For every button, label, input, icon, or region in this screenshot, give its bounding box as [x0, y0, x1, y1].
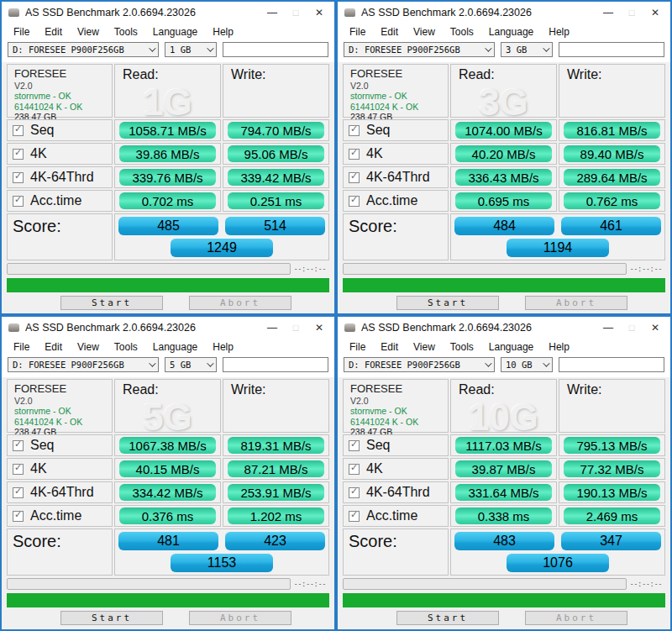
check-icon: ✓ — [14, 462, 22, 473]
menu-tools[interactable]: Tools — [107, 341, 145, 353]
checkbox-4k64thrd[interactable]: ✓ — [349, 487, 360, 498]
as-ssd-window-5gb: AS SSD Benchmark 2.0.6694.23026 — □ ✕ Fi… — [0, 315, 336, 631]
menu-tools[interactable]: Tools — [443, 26, 481, 38]
drive-info-panel: FORESEE V2.0 stornvme - OK 61441024 K - … — [7, 379, 113, 433]
menu-edit[interactable]: Edit — [373, 341, 406, 353]
chevron-down-icon — [207, 360, 213, 366]
menu-view[interactable]: View — [406, 26, 443, 38]
minimize-button[interactable]: — — [260, 322, 284, 334]
abort-button[interactable]: Abort — [189, 611, 291, 625]
menu-view[interactable]: View — [70, 26, 107, 38]
start-button[interactable]: Start — [396, 296, 499, 310]
minimize-button[interactable]: — — [260, 7, 284, 18]
checkbox-seq[interactable]: ✓ — [13, 440, 24, 451]
menu-language[interactable]: Language — [145, 341, 205, 353]
titlebar[interactable]: AS SSD Benchmark 2.0.6694.23026 — □ ✕ — [338, 2, 670, 24]
close-button[interactable]: ✕ — [307, 322, 331, 334]
status-field — [559, 42, 664, 57]
checkbox-seq[interactable]: ✓ — [13, 125, 24, 136]
checkbox-acctime[interactable]: ✓ — [349, 511, 360, 522]
menubar: File Edit View Tools Language Help — [338, 24, 670, 40]
menu-file[interactable]: File — [342, 26, 373, 38]
abort-button[interactable]: Abort — [525, 296, 627, 310]
abort-button[interactable]: Abort — [189, 296, 291, 310]
maximize-button[interactable]: □ — [620, 8, 643, 18]
drive-select[interactable]: D: FORESEE P900F256GB — [8, 42, 159, 57]
titlebar[interactable]: AS SSD Benchmark 2.0.6694.23026 — □ ✕ — [2, 2, 334, 24]
read-column-header: Read: 10G — [450, 379, 557, 433]
checkbox-4k64thrd[interactable]: ✓ — [349, 172, 360, 183]
checkbox-acctime[interactable]: ✓ — [13, 196, 24, 207]
start-button[interactable]: Start — [60, 611, 163, 625]
seq-read-value: 1117.03 MB/s — [450, 434, 557, 456]
checkbox-4k[interactable]: ✓ — [13, 464, 24, 475]
abort-button[interactable]: Abort — [525, 611, 627, 625]
minimize-button[interactable]: — — [596, 322, 620, 334]
menu-help[interactable]: Help — [205, 341, 241, 353]
drive-select[interactable]: D: FORESEE P900F256GB — [8, 357, 159, 372]
checkbox-4k64thrd[interactable]: ✓ — [13, 487, 24, 498]
menu-edit[interactable]: Edit — [37, 341, 70, 353]
menu-file[interactable]: File — [6, 26, 37, 38]
checkbox-seq[interactable]: ✓ — [349, 125, 360, 136]
checkbox-4k[interactable]: ✓ — [349, 149, 360, 160]
menu-language[interactable]: Language — [481, 341, 541, 353]
4k64thrd-read-value: 339.76 MB/s — [114, 166, 221, 188]
checkbox-4k[interactable]: ✓ — [13, 149, 24, 160]
close-button[interactable]: ✕ — [643, 322, 667, 334]
drive-select[interactable]: D: FORESEE P900F256GB — [344, 357, 495, 372]
4k64thrd-write-value: 289.64 MB/s — [559, 166, 665, 188]
app-version: V2.0 — [14, 396, 112, 407]
menu-file[interactable]: File — [342, 341, 373, 353]
menu-language[interactable]: Language — [145, 26, 205, 38]
menu-file[interactable]: File — [6, 341, 37, 353]
maximize-button[interactable]: □ — [284, 8, 307, 18]
start-button[interactable]: Start — [396, 611, 499, 625]
4k64thrd-write-value: 253.91 MB/s — [223, 481, 329, 503]
test-size-select[interactable]: 1 GB — [165, 42, 217, 57]
acctime-write-value: 0.762 ms — [559, 190, 665, 212]
titlebar[interactable]: AS SSD Benchmark 2.0.6694.23026 — □ ✕ — [2, 317, 334, 339]
check-icon: ✓ — [350, 147, 358, 158]
maximize-button[interactable]: □ — [620, 323, 643, 333]
checkbox-seq[interactable]: ✓ — [349, 440, 360, 451]
menu-view[interactable]: View — [406, 341, 443, 353]
menu-tools[interactable]: Tools — [107, 26, 145, 38]
row-label-4k: ✓ 4K — [343, 143, 449, 165]
checkbox-acctime[interactable]: ✓ — [13, 511, 24, 522]
test-size-select[interactable]: 5 GB — [165, 357, 217, 372]
desktop: AS SSD Benchmark 2.0.6694.23026 — □ ✕ Fi… — [0, 0, 672, 631]
drive-info-panel: FORESEE V2.0 stornvme - OK 61441024 K - … — [343, 64, 449, 118]
seq-read-value: 1074.00 MB/s — [450, 119, 557, 141]
menu-edit[interactable]: Edit — [373, 26, 406, 38]
test-size-watermark: 1G — [143, 82, 192, 124]
menu-help[interactable]: Help — [541, 26, 577, 38]
check-icon: ✓ — [350, 509, 358, 520]
drive-select[interactable]: D: FORESEE P900F256GB — [344, 42, 495, 57]
titlebar[interactable]: AS SSD Benchmark 2.0.6694.23026 — □ ✕ — [338, 317, 670, 339]
4k64thrd-write-value: 339.42 MB/s — [223, 166, 329, 188]
close-button[interactable]: ✕ — [307, 7, 331, 18]
test-size-select[interactable]: 3 GB — [501, 42, 553, 57]
menu-help[interactable]: Help — [541, 341, 577, 353]
maximize-button[interactable]: □ — [284, 323, 307, 333]
test-size-value: 3 GB — [506, 45, 527, 55]
menu-help[interactable]: Help — [205, 26, 241, 38]
menu-view[interactable]: View — [70, 341, 107, 353]
minimize-button[interactable]: — — [596, 7, 620, 18]
menu-tools[interactable]: Tools — [443, 341, 481, 353]
test-progress-bar — [343, 263, 627, 275]
check-icon: ✓ — [350, 124, 358, 134]
start-button[interactable]: Start — [60, 296, 163, 310]
test-progress-bar — [7, 263, 291, 275]
read-score: 485 — [118, 217, 218, 235]
checkbox-4k64thrd[interactable]: ✓ — [13, 172, 24, 183]
checkbox-acctime[interactable]: ✓ — [349, 196, 360, 207]
overall-progress-bar — [343, 593, 665, 607]
menu-language[interactable]: Language — [481, 26, 541, 38]
test-size-select[interactable]: 10 GB — [501, 357, 553, 372]
menu-edit[interactable]: Edit — [37, 26, 70, 38]
checkbox-4k[interactable]: ✓ — [349, 464, 360, 475]
acctime-read-value: 0.376 ms — [114, 505, 221, 527]
close-button[interactable]: ✕ — [643, 7, 667, 18]
